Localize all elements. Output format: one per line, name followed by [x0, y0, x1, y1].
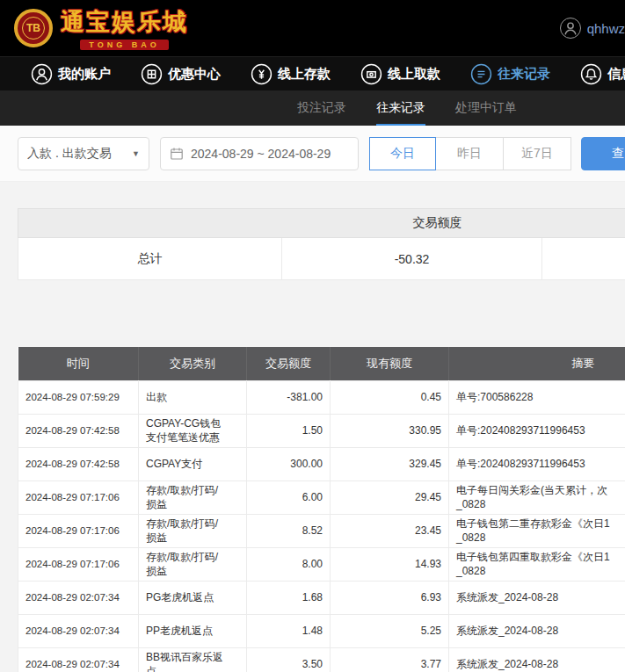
column-header-balance: 现有额度 — [331, 347, 449, 380]
yesterday-button[interactable]: 昨日 — [435, 137, 504, 170]
transaction-type-select[interactable]: 入款 . 出款交易 ▼ — [18, 137, 149, 170]
cell-time: 2024-08-29 07:17:06 — [18, 547, 139, 581]
user-area: qhhwz — [560, 18, 625, 39]
cell-summary: 单号:202408293711996453 — [449, 447, 625, 481]
cell-time: 2024-08-29 07:17:06 — [18, 514, 139, 547]
cell-amount: 1.68 — [247, 581, 331, 614]
cell-type: CGPAY-CG钱包 支付笔笔送优惠 — [139, 414, 247, 447]
cell-balance: 6.93 — [331, 581, 449, 614]
promo-grid-icon — [141, 63, 163, 85]
cell-summary: 系统派发_2024-08-28 — [449, 647, 625, 672]
cell-time: 2024-08-29 02:07:34 — [18, 614, 139, 647]
table-row: 2024-08-29 02:07:34BB视讯百家乐返 点3.503.77系统派… — [18, 647, 625, 672]
nav-item-deposit[interactable]: 线上存款 — [251, 63, 331, 85]
cell-balance: 3.77 — [331, 647, 449, 672]
cell-type: BB视讯百家乐返 点 — [139, 647, 247, 672]
cell-time: 2024-08-29 07:42:58 — [18, 447, 139, 481]
cell-time: 2024-08-29 02:07:34 — [18, 647, 139, 672]
nav-item-records[interactable]: 往来记录 — [470, 63, 550, 85]
nav-item-promotions[interactable]: 优惠中心 — [141, 63, 221, 85]
table-row: 2024-08-29 07:17:06存款/取款/打码/ 损益8.5223.45… — [18, 514, 625, 547]
tab-transaction-records[interactable]: 往来记录 — [376, 90, 425, 126]
table-row: 2024-08-29 07:59:29出款-381.000.45单号:70058… — [18, 380, 625, 414]
nav-item-withdraw[interactable]: 线上取款 — [360, 63, 440, 85]
cell-amount: 8.52 — [247, 514, 331, 547]
cell-amount: 1.50 — [247, 414, 331, 447]
cell-type: CGPAY支付 — [139, 447, 247, 481]
cell-summary: 系统派发_2024-08-28 — [449, 614, 625, 647]
nav-item-my-account[interactable]: 我的账户 — [31, 63, 111, 85]
cell-balance: 14.93 — [331, 547, 449, 581]
summary-total-value: -50.32 — [282, 238, 542, 279]
nav-item-messages[interactable]: 信息 — [580, 63, 625, 85]
nav-item-label: 优惠中心 — [168, 66, 221, 83]
cell-amount: 300.00 — [247, 447, 331, 481]
cell-summary: 单号:700586228 — [449, 380, 625, 414]
cell-balance: 5.25 — [331, 614, 449, 647]
table-row: 2024-08-29 07:42:58CGPAY-CG钱包 支付笔笔送优惠1.5… — [18, 414, 625, 447]
username[interactable]: qhhwz — [587, 21, 625, 36]
cell-summary: 电子钱包第四重取款彩金《次日1 _0828 — [449, 547, 625, 581]
cell-amount: 1.48 — [247, 614, 331, 647]
table-row: 2024-08-29 07:17:06存款/取款/打码/ 损益6.0029.45… — [18, 481, 625, 514]
table-row: 2024-08-29 02:07:34PP老虎机返点1.485.25系统派发_2… — [18, 614, 625, 647]
summary-header: 交易额度 — [18, 208, 625, 238]
cell-amount: 3.50 — [247, 647, 331, 672]
main-nav: 我的账户 优惠中心 线上存款 线上取款 — [0, 56, 625, 90]
nav-item-label: 线上存款 — [278, 66, 331, 83]
table-row: 2024-08-29 07:42:58CGPAY支付300.00329.45单号… — [18, 447, 625, 481]
cell-balance: 23.45 — [331, 514, 449, 547]
filter-bar: 入款 . 出款交易 ▼ 2024-08-29 ~ 2024-08-29 今日 昨… — [0, 126, 625, 182]
logo[interactable]: TB 通宝娱乐城 TONG BAO — [14, 6, 188, 50]
logo-text: 通宝娱乐城 TONG BAO — [61, 6, 188, 50]
cell-type: 存款/取款/打码/ 损益 — [139, 481, 247, 514]
site-name-latin: TONG BAO — [80, 40, 168, 50]
summary-total-row: 总计 -50.32 — [18, 238, 625, 280]
quick-date-buttons: 今日 昨日 近7日 — [369, 137, 571, 170]
top-bar: TB 通宝娱乐城 TONG BAO qhhwz — [0, 0, 625, 56]
transactions-table: 时间 交易类别 交易额度 现有额度 摘要 2024-08-29 07:59:29… — [18, 347, 625, 672]
cell-summary: 电子钱包第二重存款彩金《次日1 _0828 — [449, 514, 625, 547]
logo-chip-icon: TB — [14, 9, 53, 47]
summary-empty-cell — [542, 238, 625, 279]
user-avatar-icon[interactable] — [560, 18, 581, 39]
column-header-time: 时间 — [18, 347, 139, 380]
summary-table: 交易额度 总计 -50.32 — [18, 208, 625, 280]
cell-summary: 系统派发_2024-08-28 — [449, 581, 625, 614]
cell-balance: 29.45 — [331, 481, 449, 514]
today-button[interactable]: 今日 — [369, 137, 436, 170]
site-name: 通宝娱乐城 — [61, 6, 188, 38]
date-range-picker[interactable]: 2024-08-29 ~ 2024-08-29 — [160, 137, 359, 170]
nav-item-label: 线上取款 — [388, 66, 440, 83]
last7days-button[interactable]: 近7日 — [503, 137, 571, 170]
cell-time: 2024-08-29 02:07:34 — [18, 581, 139, 614]
cell-time: 2024-08-29 07:59:29 — [18, 380, 139, 414]
tab-processing-orders[interactable]: 处理中订单 — [455, 90, 517, 126]
cell-time: 2024-08-29 07:42:58 — [18, 414, 139, 447]
deposit-coin-icon — [251, 63, 273, 85]
table-row: 2024-08-29 07:17:06存款/取款/打码/ 损益8.0014.93… — [18, 547, 625, 581]
calendar-icon — [170, 147, 184, 161]
date-range-value: 2024-08-29 ~ 2024-08-29 — [191, 147, 331, 161]
column-header-summary: 摘要 — [449, 347, 625, 380]
cell-type: 出款 — [139, 380, 247, 414]
column-header-amount: 交易额度 — [247, 347, 331, 380]
cell-amount: 8.00 — [247, 547, 331, 581]
table-header: 时间 交易类别 交易额度 现有额度 摘要 — [18, 347, 625, 380]
nav-item-label: 信息 — [607, 66, 625, 83]
withdraw-note-icon — [360, 63, 382, 85]
search-button[interactable]: 查询 — [581, 137, 625, 170]
nav-item-label: 往来记录 — [498, 66, 550, 83]
user-icon — [31, 63, 53, 85]
cell-balance: 0.45 — [331, 380, 449, 414]
table-row: 2024-08-29 02:07:34PG老虎机返点1.686.93系统派发_2… — [18, 581, 625, 614]
cell-summary: 单号:202408293711996453 — [449, 414, 625, 447]
cell-amount: -381.00 — [247, 380, 331, 414]
summary-total-label: 总计 — [18, 238, 282, 279]
tab-betting-records[interactable]: 投注记录 — [297, 90, 346, 126]
column-header-type: 交易类别 — [139, 347, 247, 380]
cell-summary: 电子每日闯关彩金(当天累计，次 _0828 — [449, 481, 625, 514]
cell-balance: 329.45 — [331, 447, 449, 481]
sub-nav: 投注记录 往来记录 处理中订单 — [0, 90, 625, 126]
records-list-icon — [470, 63, 492, 85]
